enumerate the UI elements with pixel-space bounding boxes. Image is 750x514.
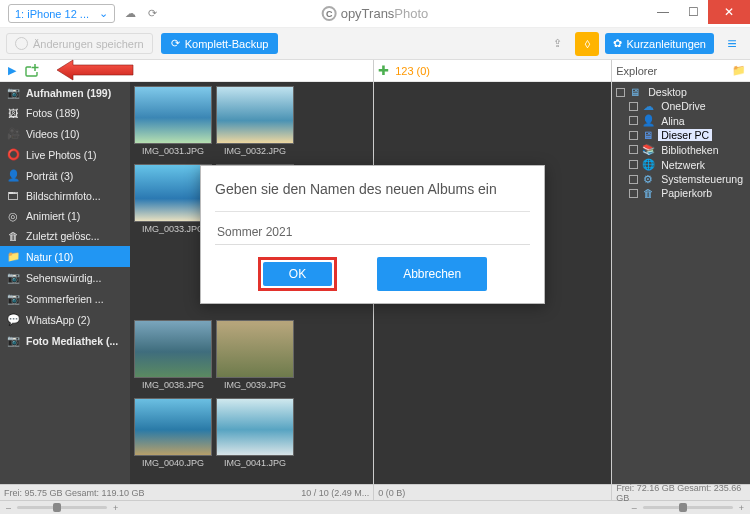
app-logo-icon: C — [322, 6, 337, 21]
tree-node[interactable]: ☁OneDrive — [614, 99, 748, 113]
sidebar-icon: 🎥 — [6, 127, 20, 140]
left-footer: Frei: 95.75 GB Gesamt: 119.10 GB 10 / 10… — [0, 484, 373, 500]
sidebar-item-label: Foto Mediathek (... — [26, 335, 118, 347]
left-mini-toolbar: ▶ — [0, 60, 373, 82]
sidebar-item[interactable]: 📷Aufnahmen (199) — [0, 82, 130, 103]
full-backup-button[interactable]: ⟳ Komplett-Backup — [161, 33, 279, 54]
tree-node[interactable]: 🌐Netzwerk — [614, 157, 748, 172]
ok-button[interactable]: OK — [263, 262, 332, 286]
zoom-out-icon[interactable]: – — [6, 503, 11, 513]
sidebar-item[interactable]: 🗔Bildschirmfoto... — [0, 186, 130, 206]
device-selector[interactable]: 1: iPhone 12 ... ⌄ — [8, 4, 115, 23]
tree-node[interactable]: 📚Bibliotheken — [614, 142, 748, 157]
window-controls: — ☐ ✕ — [648, 0, 750, 24]
add-icon[interactable]: ✚ — [378, 63, 389, 78]
close-button[interactable]: ✕ — [708, 0, 750, 24]
tree-node[interactable]: 🖥Dieser PC — [614, 128, 748, 142]
tree-node[interactable]: 🖥Desktop — [614, 85, 748, 99]
explorer-title: Explorer — [616, 65, 657, 77]
expand-icon[interactable] — [629, 116, 638, 125]
zoom-in-icon[interactable]: + — [113, 503, 118, 513]
explorer-pane: Explorer 📁 🖥Desktop☁OneDrive👤Alina🖥Diese… — [612, 60, 750, 500]
sidebar-item[interactable]: ⭕Live Photos (1) — [0, 144, 130, 165]
save-changes-button[interactable]: Änderungen speichern — [6, 33, 153, 54]
thumbnail-image — [216, 398, 294, 456]
count-text: 10 / 10 (2.49 M... — [301, 488, 369, 498]
main-toolbar: Änderungen speichern ⟳ Komplett-Backup ⇪… — [0, 28, 750, 60]
thumbnail-image — [216, 320, 294, 378]
sidebar-icon: ⭕ — [6, 148, 20, 161]
folder-icon: 🗑 — [641, 187, 655, 199]
sidebar-item-label: WhatsApp (2) — [26, 314, 90, 326]
expand-icon[interactable] — [629, 102, 638, 111]
share-icon[interactable]: ⇪ — [545, 32, 569, 56]
thumbnail-image — [134, 86, 212, 144]
new-album-dialog: Geben sie den Namen des neuen Albums ein… — [200, 165, 545, 304]
expand-icon[interactable] — [629, 131, 638, 140]
quick-guide-button[interactable]: ✿ Kurzanleitungen — [605, 33, 714, 54]
tree-node[interactable]: ⚙Systemsteuerung — [614, 172, 748, 186]
sidebar-icon: 👤 — [6, 169, 20, 182]
thumbnail[interactable]: IMG_0038.JPG — [134, 320, 212, 394]
zoom-out-icon[interactable]: – — [632, 503, 637, 513]
zoom-slider[interactable] — [17, 506, 107, 509]
gear-icon: ✿ — [613, 37, 622, 50]
titlebar: 1: iPhone 12 ... ⌄ ☁ ⟳ C opyTrans Photo … — [0, 0, 750, 28]
tree-label: Alina — [658, 115, 687, 127]
sidebar-icon: 📷 — [6, 292, 20, 305]
device-label: 1: iPhone 12 ... — [15, 8, 89, 20]
sidebar-item[interactable]: 🖼Fotos (189) — [0, 103, 130, 123]
folder-icon: ⚙ — [641, 173, 655, 185]
mid-mini-toolbar: ✚ 123 (0) — [374, 60, 611, 82]
zoom-in-icon[interactable]: + — [739, 503, 744, 513]
thumbnail-label: IMG_0031.JPG — [134, 144, 212, 160]
sidebar-item[interactable]: 📁Natur (10) — [0, 246, 130, 267]
sidebar-icon: 📁 — [6, 250, 20, 263]
thumbnail-image — [134, 398, 212, 456]
folder-icon[interactable]: 📁 — [732, 64, 746, 77]
sidebar-item-label: Sehenswürdig... — [26, 272, 101, 284]
cloud-icon[interactable]: ☁ — [121, 5, 139, 23]
sidebar-item[interactable]: 👤Porträt (3) — [0, 165, 130, 186]
sidebar-item[interactable]: 📷Sommerferien ... — [0, 288, 130, 309]
refresh-icon: ⟳ — [171, 37, 180, 50]
play-icon[interactable]: ▶ — [4, 63, 20, 79]
storage-text: Frei: 95.75 GB Gesamt: 119.10 GB — [4, 488, 145, 498]
folder-icon: 🖥 — [641, 129, 655, 141]
tips-icon[interactable]: ◊ — [575, 32, 599, 56]
refresh-icon[interactable]: ⟳ — [143, 5, 161, 23]
folder-icon: 📚 — [641, 143, 655, 156]
minimize-button[interactable]: — — [648, 0, 678, 24]
thumbnail[interactable]: IMG_0040.JPG — [134, 398, 212, 472]
thumbnail[interactable]: IMG_0032.JPG — [216, 86, 294, 160]
expand-icon[interactable] — [629, 189, 638, 198]
expand-icon[interactable] — [629, 160, 638, 169]
tree-label: Systemsteuerung — [658, 173, 746, 185]
thumbnail-label: IMG_0039.JPG — [216, 378, 294, 394]
sidebar-item-label: Videos (10) — [26, 128, 80, 140]
thumbnail-label: IMG_0040.JPG — [134, 456, 212, 472]
tree-node[interactable]: 👤Alina — [614, 113, 748, 128]
expand-icon[interactable] — [629, 145, 638, 154]
check-icon — [15, 37, 28, 50]
sidebar-item[interactable]: 💬WhatsApp (2) — [0, 309, 130, 330]
sidebar-item[interactable]: 🎥Videos (10) — [0, 123, 130, 144]
sidebar-item[interactable]: 📷Sehenswürdig... — [0, 267, 130, 288]
sidebar-item[interactable]: 🗑Zuletzt gelösc... — [0, 226, 130, 246]
thumbnail[interactable]: IMG_0031.JPG — [134, 86, 212, 160]
zoom-slider[interactable] — [643, 506, 733, 509]
thumbnail[interactable]: IMG_0041.JPG — [216, 398, 294, 472]
thumbnail[interactable]: IMG_0039.JPG — [216, 320, 294, 394]
expand-icon[interactable] — [616, 88, 625, 97]
album-name-input[interactable] — [215, 222, 530, 245]
tree-label: Desktop — [645, 86, 690, 98]
expand-icon[interactable] — [629, 175, 638, 184]
menu-icon[interactable]: ≡ — [720, 32, 744, 56]
new-album-icon[interactable] — [24, 63, 40, 79]
tree-node[interactable]: 🗑Papierkorb — [614, 186, 748, 200]
sidebar-item[interactable]: ◎Animiert (1) — [0, 206, 130, 226]
cancel-button[interactable]: Abbrechen — [377, 257, 487, 291]
maximize-button[interactable]: ☐ — [678, 0, 708, 24]
sidebar-item[interactable]: 📷Foto Mediathek (... — [0, 330, 130, 351]
app-title: C opyTrans Photo — [322, 6, 429, 21]
